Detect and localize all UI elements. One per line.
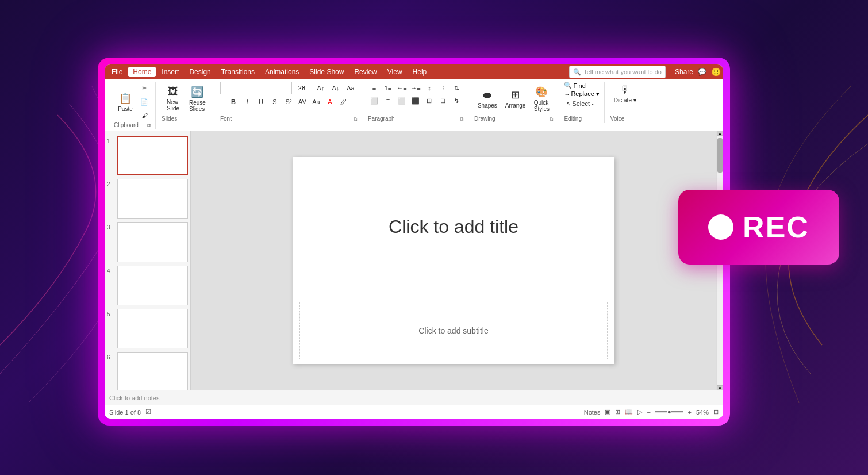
search-icon: 🔍	[573, 68, 581, 76]
slide-thumb-4[interactable]	[117, 266, 188, 305]
slide-thumb-6[interactable]	[117, 352, 188, 390]
quick-styles-button[interactable]: 🎨 QuickStyles	[530, 83, 553, 114]
italic-button[interactable]: I	[241, 95, 254, 108]
slide-thumb-1[interactable]	[117, 136, 188, 175]
clipboard-expand[interactable]: ⧉	[147, 122, 151, 129]
slide-thumb-5[interactable]	[117, 309, 188, 348]
columns2-button[interactable]: ⊞	[423, 94, 436, 107]
replace-button[interactable]: Replace ▾	[571, 90, 599, 98]
dictate-button[interactable]: 🎙 Dictate ▾	[610, 82, 640, 106]
highlight-button[interactable]: 🖊	[337, 95, 350, 108]
numbering-button[interactable]: 1≡	[382, 82, 394, 94]
menu-view[interactable]: View	[383, 67, 407, 77]
select-button[interactable]: ↖ Select -	[564, 99, 599, 108]
slides-tools: 🖼 NewSlide 🔄 ReuseSlides	[162, 82, 209, 116]
cut-button[interactable]: ✂	[138, 82, 151, 94]
center-button[interactable]: ≡	[382, 94, 394, 107]
menu-insert[interactable]: Insert	[157, 67, 183, 77]
slide-canvas[interactable]: Click to add title Click to add subtitle	[293, 157, 614, 364]
justify-button[interactable]: ⬛	[409, 94, 422, 107]
strikethrough-button[interactable]: S	[268, 95, 281, 108]
columns-button[interactable]: ⫶	[437, 82, 450, 94]
format-painter-button[interactable]: 🖌	[138, 109, 151, 122]
notes-button[interactable]: Notes	[584, 409, 601, 416]
slide-thumb-3[interactable]	[117, 222, 188, 262]
char-spacing-button[interactable]: AV	[296, 95, 309, 108]
font-expand[interactable]: ⧉	[354, 116, 357, 122]
decrease-font-button[interactable]: A↓	[329, 82, 342, 94]
bold-button[interactable]: B	[227, 95, 240, 108]
comments-icon[interactable]: 💬	[698, 68, 706, 76]
increase-font-button[interactable]: A↑	[314, 82, 327, 94]
menu-design[interactable]: Design	[185, 67, 215, 77]
scroll-down-button[interactable]: ▼	[717, 385, 723, 390]
slide-sorter-icon[interactable]: ⊞	[615, 408, 620, 416]
main-area: 1 2 3 4 5	[105, 131, 723, 390]
search-bar[interactable]: 🔍 Tell me what you want to do	[569, 66, 666, 78]
increase-indent-button[interactable]: →≡	[409, 82, 422, 94]
slide-title-box[interactable]: Click to add title	[293, 157, 614, 297]
align-right-button[interactable]: ⬜	[395, 94, 408, 107]
arrange-button[interactable]: ⊞ Arrange	[502, 86, 529, 111]
slide-thumb-2-row: 2	[107, 179, 188, 219]
normal-view-icon[interactable]: ▣	[605, 408, 610, 416]
font-name-input[interactable]	[220, 82, 289, 94]
menu-file[interactable]: File	[107, 67, 127, 77]
paragraph-row1: ≡ 1≡ ←≡ →≡ ↕ ⫶ ⇅	[368, 82, 463, 94]
underline-button[interactable]: U	[255, 95, 267, 108]
slide-thumb-2[interactable]	[117, 179, 188, 219]
paragraph-expand[interactable]: ⧉	[460, 116, 463, 122]
slide-canvas-area: Click to add title Click to add subtitle	[191, 131, 716, 390]
zoom-out-icon[interactable]: −	[647, 409, 650, 416]
accessibility-icon[interactable]: ☑	[145, 408, 151, 416]
slide-num-5: 5	[107, 311, 115, 317]
convert-button[interactable]: ↯	[451, 94, 463, 107]
notes-bar[interactable]: Click to add notes	[105, 390, 723, 405]
voice-label: Voice	[610, 116, 624, 123]
slide-subtitle-box[interactable]: Click to add subtitle	[299, 302, 608, 359]
menu-review[interactable]: Review	[349, 67, 381, 77]
zoom-level[interactable]: 54%	[696, 409, 709, 416]
paste-button[interactable]: 📋 Paste	[114, 90, 137, 114]
find-button[interactable]: Find	[573, 82, 585, 89]
scroll-thumb[interactable]	[717, 138, 723, 173]
text-direction-button[interactable]: ⇅	[451, 82, 463, 94]
font-label: Font	[220, 116, 232, 123]
font-size-input[interactable]	[291, 82, 312, 94]
status-bar-right: Notes ▣ ⊞ 📖 ▷ − ━━━●━━━ + 54% ⊡	[584, 408, 719, 416]
shapes-button[interactable]: ⬬ Shapes	[474, 87, 501, 111]
menu-help[interactable]: Help	[408, 67, 432, 77]
menu-slideshow[interactable]: Slide Show	[305, 67, 348, 77]
change-case-button[interactable]: Aa	[310, 95, 322, 108]
fit-slide-icon[interactable]: ⊡	[713, 408, 719, 416]
find-icon: 🔍	[564, 82, 572, 89]
menu-transitions[interactable]: Transitions	[217, 67, 259, 77]
slide-num-3: 3	[107, 224, 115, 231]
scroll-up-button[interactable]: ▲	[717, 131, 723, 136]
align-left-button[interactable]: ⬜	[368, 94, 381, 107]
copy-button[interactable]: 📄	[138, 95, 151, 108]
reuse-slides-button[interactable]: 🔄 ReuseSlides	[186, 83, 209, 114]
bullets-button[interactable]: ≡	[368, 82, 381, 94]
drawing-expand[interactable]: ⧉	[550, 116, 553, 122]
clear-format-button[interactable]: Aa	[344, 82, 357, 94]
menu-animations[interactable]: Animations	[260, 67, 304, 77]
notes-placeholder: Click to add notes	[109, 394, 159, 401]
zoom-in-icon[interactable]: +	[688, 409, 692, 416]
ribbon-group-paragraph: ≡ 1≡ ←≡ →≡ ↕ ⫶ ⇅ ⬜ ≡ ⬜ ⬛ ⊞ ⊟	[363, 82, 468, 123]
close-icon[interactable]: 🙂	[711, 67, 721, 76]
select-label: Select -	[572, 100, 593, 107]
new-slide-button[interactable]: 🖼 NewSlide	[162, 83, 185, 114]
shadow-button[interactable]: S²	[282, 95, 295, 108]
slideshow-icon[interactable]: ▷	[637, 408, 642, 416]
smartart-button[interactable]: ⊟	[437, 94, 450, 107]
decrease-indent-button[interactable]: ←≡	[395, 82, 408, 94]
zoom-slider[interactable]: ━━━●━━━	[655, 408, 683, 416]
line-spacing-button[interactable]: ↕	[423, 82, 436, 94]
font-label-row: Font ⧉	[220, 116, 357, 123]
paragraph-label-row: Paragraph ⧉	[368, 116, 463, 123]
share-button[interactable]: Share	[675, 68, 693, 76]
font-color-button[interactable]: A	[324, 95, 336, 108]
menu-home[interactable]: Home	[128, 67, 156, 77]
reading-view-icon[interactable]: 📖	[625, 408, 633, 416]
